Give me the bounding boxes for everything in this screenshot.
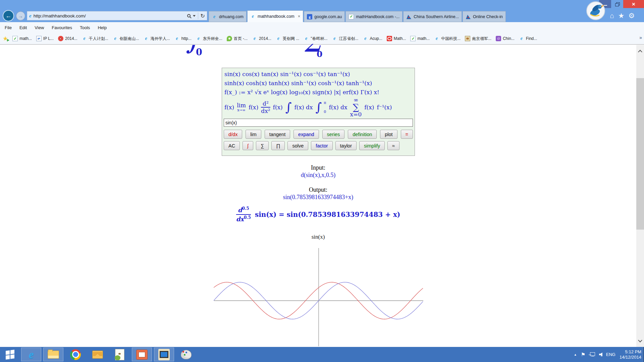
scroll-down-button[interactable]	[636, 336, 644, 346]
restore-icon	[615, 2, 619, 6]
clock[interactable]: 5:12 PM 14/12/2014	[620, 349, 641, 360]
taskbar-app[interactable]	[110, 348, 130, 361]
operation-button[interactable]: simplify	[359, 141, 385, 150]
date: 14/12/2014	[620, 355, 641, 360]
scrollbar-thumb[interactable]	[636, 78, 644, 230]
favorite-item[interactable]: Math...	[387, 36, 406, 41]
favorite-item[interactable]: e http...	[174, 36, 192, 41]
plot-title: sin(x)	[0, 234, 636, 240]
network-icon[interactable]	[589, 352, 595, 357]
favorite-label: 创新南山...	[120, 36, 139, 42]
address-bar[interactable]: e http://mathhandbook.com/ ↻	[27, 11, 207, 20]
taskbar-app[interactable]	[65, 348, 86, 361]
chevron-down-icon[interactable]	[193, 15, 196, 17]
favorite-label: Acup...	[370, 36, 382, 41]
favorite-icon: e	[332, 36, 337, 41]
browser-tab[interactable]: China Southern Airline...	[403, 11, 462, 22]
browser-tab[interactable]: g google.com.au	[304, 11, 345, 22]
favorite-item[interactable]: iP IP L...	[36, 36, 54, 41]
favorite-item[interactable]: e 海外学人...	[144, 36, 170, 42]
home-icon[interactable]: ⌂	[610, 12, 614, 19]
browser-tab[interactable]: Online Check-in	[463, 11, 506, 22]
favorite-item[interactable]: ✓ math...	[410, 36, 430, 41]
favorite-item[interactable]: e 千人计划...	[82, 36, 108, 42]
overflow-chevron-icon[interactable]: »	[639, 35, 642, 40]
language-indicator[interactable]: ENG	[606, 352, 615, 357]
operation-button[interactable]: ∫	[243, 141, 253, 150]
favorite-item[interactable]: 首页 -...	[227, 36, 248, 42]
operation-button[interactable]: definition	[348, 130, 377, 139]
favorite-item[interactable]: 2014...	[58, 36, 77, 41]
taskbar-app[interactable]	[43, 348, 63, 361]
browser-tab[interactable]: ✓ mathHandbook.com -...	[345, 11, 402, 22]
favorites-star-icon[interactable]: ★	[618, 12, 625, 19]
operation-button[interactable]: expand	[293, 130, 319, 139]
tab-close-icon[interactable]: ×	[298, 14, 301, 19]
tab-favicon	[466, 14, 471, 19]
operation-button[interactable]: AC	[224, 141, 240, 150]
browser-tab[interactable]: e mathhandbook.com ×	[247, 10, 303, 22]
favorite-item[interactable]: e 2014...	[252, 36, 271, 41]
operation-button[interactable]: lim	[246, 130, 261, 139]
expression-input[interactable]	[224, 119, 413, 127]
operation-button[interactable]: d/dx	[224, 130, 242, 139]
close-button[interactable]: ×	[623, 0, 644, 8]
window-controls: ×	[599, 0, 644, 8]
taskbar-app[interactable]	[154, 348, 174, 361]
favorite-item[interactable]: e 创新南山...	[113, 36, 139, 42]
menu-item[interactable]: View	[33, 24, 45, 31]
url-text[interactable]: http://mathhandbook.com/	[34, 13, 187, 18]
favorite-item[interactable]: e "春晖杯...	[304, 36, 327, 42]
operation-button[interactable]: solve	[287, 141, 308, 150]
menu-item[interactable]: Help	[96, 24, 108, 31]
browser-tab[interactable]: e drhuang.com	[209, 11, 247, 22]
favorite-item[interactable]: e Find...	[519, 36, 537, 41]
tray-expand-icon[interactable]: ▲	[574, 353, 577, 356]
add-favorite-button[interactable]: ★	[3, 35, 8, 42]
favorite-item[interactable]: e 中国科技...	[434, 36, 461, 42]
favorite-item[interactable]: e 江苏省创...	[332, 36, 358, 42]
favorite-icon: ✓	[12, 36, 18, 41]
operation-button[interactable]: =	[401, 130, 413, 139]
operation-button[interactable]: factor	[311, 141, 332, 150]
search-icon[interactable]	[187, 14, 191, 17]
operation-button[interactable]: plot	[380, 130, 397, 139]
favorite-item[interactable]: ✓ math...	[12, 36, 32, 41]
favorite-label: 海外学人...	[151, 36, 170, 42]
operation-button[interactable]: ∏	[271, 141, 285, 150]
operation-button[interactable]: series	[322, 130, 345, 139]
menu-item[interactable]: Favourites	[50, 24, 73, 31]
menu-item[interactable]: File	[3, 24, 13, 31]
operation-button[interactable]: tangent	[265, 130, 290, 139]
vertical-scrollbar[interactable]	[636, 45, 644, 347]
action-center-flag-icon[interactable]: ⚑	[581, 352, 585, 358]
taskbar-app[interactable]	[21, 348, 41, 361]
refresh-icon[interactable]: ↻	[201, 13, 205, 19]
forward-button[interactable]: →	[16, 11, 25, 20]
show-desktop-button[interactable]	[642, 347, 644, 362]
taskbar-app[interactable]	[176, 348, 196, 361]
favorite-item[interactable]: e 东升杯全...	[196, 36, 222, 42]
integral-operator: ∫	[285, 102, 292, 113]
taskbar-app[interactable]	[88, 348, 108, 361]
app-icon	[180, 348, 193, 361]
operation-button[interactable]: ≈	[387, 141, 399, 150]
restore-button[interactable]	[611, 0, 623, 8]
taskbar-app[interactable]	[132, 348, 152, 361]
favorite-item[interactable]: @ Chin...	[496, 36, 515, 41]
menu-item[interactable]: Tools	[78, 24, 91, 31]
favorite-item[interactable]: 南京领军...	[465, 36, 491, 42]
bird-logo[interactable]	[586, 1, 605, 20]
menu-item[interactable]: Edit	[18, 24, 28, 31]
gear-icon[interactable]: ⚙	[629, 12, 635, 19]
limit-operator: lim x→∞	[237, 103, 246, 112]
favorite-item[interactable]: e 英创网 ...	[276, 36, 299, 42]
start-button[interactable]	[0, 347, 20, 362]
back-button[interactable]: ←	[3, 10, 14, 21]
volume-icon[interactable]: )	[599, 353, 602, 357]
operation-button[interactable]: taylor	[335, 141, 357, 150]
tab-label: mathhandbook.com	[258, 14, 294, 19]
scroll-up-button[interactable]	[636, 46, 644, 56]
favorite-item[interactable]: e Acup...	[363, 36, 382, 41]
operation-button[interactable]: ∑	[256, 141, 269, 150]
